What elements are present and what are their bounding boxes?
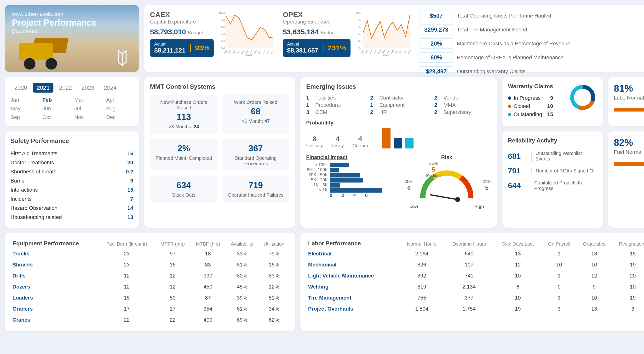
svg-text:Dec: Dec xyxy=(407,49,411,54)
year-2023[interactable]: 2023 xyxy=(78,83,98,93)
svg-text:0M: 0M xyxy=(221,47,225,50)
equipment-table-card: Equipment PerformanceFuel Burn (litres/h… xyxy=(5,233,295,331)
metric-label: Total Operating Costs Per Tonne Hauled xyxy=(457,13,551,19)
svg-text:Apr: Apr xyxy=(236,49,240,54)
svg-text:0M: 0M xyxy=(358,47,362,50)
svg-text:Aug: Aug xyxy=(253,49,258,54)
opex-budget: $3,635,184 xyxy=(283,28,319,36)
table-row: Loaders15508739%51% xyxy=(10,292,290,303)
caex-code: CAEX xyxy=(150,11,214,19)
svg-text:Nov: Nov xyxy=(266,49,270,54)
month-apr[interactable]: Apr xyxy=(106,97,133,103)
caex-block: CAEX Capital Expenditure $8,793,010Budge… xyxy=(150,11,276,66)
fi-bar xyxy=(330,173,360,178)
fi-bar xyxy=(330,188,382,193)
year-2020[interactable]: 2020 xyxy=(10,83,31,93)
caex-actual: $8,211,121 xyxy=(154,47,186,54)
date-picker: 20202021202220232024 JanFebMarAprMayJunJ… xyxy=(5,77,139,126)
month-jan[interactable]: Jan xyxy=(10,97,38,103)
caex-pct: 93% xyxy=(190,44,210,52)
opex-pct: 231% xyxy=(323,44,346,52)
fi-bar xyxy=(330,163,349,167)
metric-label: Total Tire Management Spend xyxy=(457,27,527,33)
mmt-box: 719Operator Induced Failures xyxy=(222,175,290,203)
header-site: www.other-levels.com xyxy=(12,11,132,17)
mmt-box: New Purchase Orders Raised113>3 Months: … xyxy=(150,95,218,134)
safety-card: Safety Performance First Aid Treatments1… xyxy=(5,131,139,228)
svg-text:May: May xyxy=(240,49,245,54)
svg-text:8M: 8M xyxy=(221,19,225,22)
svg-text:4M: 4M xyxy=(358,33,362,36)
month-mar[interactable]: Mar xyxy=(74,97,101,103)
header-tile: www.other-levels.com Project Performance… xyxy=(5,5,139,72)
svg-text:8M: 8M xyxy=(358,19,362,22)
svg-text:Apr: Apr xyxy=(373,49,377,54)
year-2024[interactable]: 2024 xyxy=(100,83,120,93)
metric-value: 60% xyxy=(420,52,453,63)
year-2021[interactable]: 2021 xyxy=(33,83,53,93)
month-may[interactable]: May xyxy=(10,106,38,112)
table-row: Shovels23168351%16% xyxy=(10,259,290,270)
month-aug[interactable]: Aug xyxy=(106,106,133,112)
opex-actual: $8,381,657 xyxy=(287,47,318,54)
svg-text:Nov: Nov xyxy=(403,49,407,54)
table-row: Graders171735461%34% xyxy=(10,303,290,314)
table-row: Drills121239080%83% xyxy=(10,270,290,281)
opex-name: Operating Expenses xyxy=(283,19,350,25)
fi-bar xyxy=(330,183,340,188)
warranty-card: Warranty Claims In Progress9Closed10Outs… xyxy=(502,77,603,126)
fi-bar xyxy=(330,178,363,183)
page-subtitle: Dashboard xyxy=(12,28,132,34)
opex-block: OPEX Operating Expenses $3,635,184Budget… xyxy=(283,11,412,66)
labor-table-card: Labor PerformanceNormal HoursOvertime Ho… xyxy=(300,233,644,331)
mmt-box: 2%Planned Maint. Completed xyxy=(150,139,218,171)
month-sep[interactable]: Sep xyxy=(10,114,38,120)
svg-text:Aug: Aug xyxy=(390,49,394,54)
table-row: Welding8192,1346091017 xyxy=(306,281,644,292)
metric-list: $507Total Operating Costs Per Tonne Haul… xyxy=(420,11,642,66)
fi-bar xyxy=(330,168,339,172)
risk-gauge: 38% 6 31% 5 Medium 31% 5 Low High xyxy=(402,162,491,209)
svg-text:6M: 6M xyxy=(221,26,225,29)
table-row: Light Vehicle Maintenance892741101122016 xyxy=(306,270,644,281)
table-row: Cranes222240069%62% xyxy=(10,314,290,325)
svg-text:2021: 2021 xyxy=(246,53,252,56)
svg-text:May: May xyxy=(377,49,382,54)
emerging-issues-card: Emerging Issues 1Facilities2Contractor2V… xyxy=(300,77,497,228)
svg-text:Mar: Mar xyxy=(232,49,236,54)
opex-code: OPEX xyxy=(283,11,350,19)
opex-sparkline: 10 M8M6M4M2M0M JanFebMarAprMayJunJulAugS… xyxy=(355,11,412,56)
mmt-box: Work Orders Raised68>1 Month: 47 xyxy=(222,95,290,134)
svg-text:2M: 2M xyxy=(358,40,362,43)
svg-text:Feb: Feb xyxy=(228,49,232,54)
svg-text:6M: 6M xyxy=(358,26,362,29)
fuel-card: 82% Fuel Normal Sample Deviation 100% xyxy=(608,131,644,228)
svg-text:4M: 4M xyxy=(221,33,225,36)
month-nov[interactable]: Nov xyxy=(74,114,101,120)
table-row: Electrical2,164640131131515 xyxy=(306,248,644,259)
metric-value: $299,273 xyxy=(420,25,453,35)
svg-text:Jan: Jan xyxy=(360,50,364,54)
svg-text:10 M: 10 M xyxy=(356,12,362,15)
month-oct[interactable]: Oct xyxy=(42,114,70,120)
svg-text:2M: 2M xyxy=(221,40,225,43)
kpi-strip: CAEX Capital Expenditure $8,793,010Budge… xyxy=(144,5,644,72)
caex-sparkline: 10 M8M6M4M2M0M JanFebMarAprMayJunJulAugS… xyxy=(218,11,276,56)
svg-text:Sep: Sep xyxy=(394,49,399,54)
svg-text:2021: 2021 xyxy=(383,53,389,56)
svg-text:Jan: Jan xyxy=(223,50,228,54)
month-feb[interactable]: Feb xyxy=(42,97,70,103)
svg-text:10 M: 10 M xyxy=(219,12,225,15)
year-2022[interactable]: 2022 xyxy=(55,83,76,93)
month-dec[interactable]: Dec xyxy=(106,114,133,120)
svg-text:Mar: Mar xyxy=(369,49,373,54)
reliability-card: Reliability Activity 681Outstanding Watc… xyxy=(502,131,603,228)
caex-name: Capital Expenditure xyxy=(150,19,214,25)
month-jun[interactable]: Jun xyxy=(42,106,70,112)
caex-budget: $8,793,010 xyxy=(150,28,186,36)
month-jul[interactable]: Jul xyxy=(74,106,101,112)
table-row: Project Overhauls1,5041,7541931339 xyxy=(306,303,644,314)
metric-label: Percentage of OPEX is Planned Maintenanc… xyxy=(457,54,564,61)
table-row: Mechanical826107121010196 xyxy=(306,259,644,270)
svg-text:Oct: Oct xyxy=(262,50,266,54)
